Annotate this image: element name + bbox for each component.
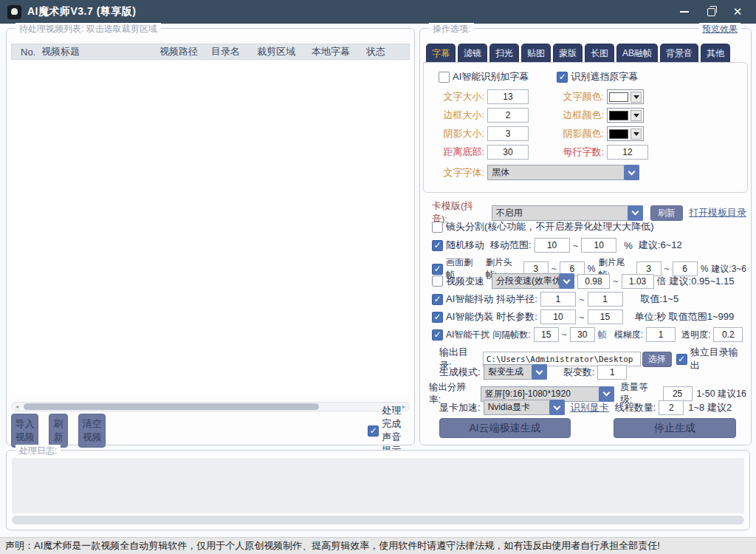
tab-mask[interactable]: 蒙版 (553, 44, 583, 62)
border-size-input[interactable] (487, 108, 529, 123)
tab-other[interactable]: 其他 (701, 44, 730, 62)
border-color-dropdown[interactable] (607, 108, 644, 123)
tab-sweep-light[interactable]: 扫光 (489, 44, 519, 62)
tab-filter[interactable]: 滤镜 (458, 44, 487, 62)
range-separator: ~ (549, 264, 560, 274)
threads-input[interactable] (659, 400, 684, 415)
move-range-label: 移动范围: (490, 239, 532, 252)
column-no[interactable]: No. (21, 47, 35, 58)
head-frames-suffix: % (588, 264, 596, 274)
checkbox-checked-icon (432, 294, 443, 305)
video-list-panel: 待处理视频列表: 双击选取裁剪区域 No. 视频标题 视频路径 目录名 裁剪区域… (6, 28, 415, 445)
column-local-subtitle[interactable]: 本地字幕 (312, 45, 350, 58)
move-range-max-input[interactable] (581, 238, 616, 253)
shake-min-input[interactable] (540, 292, 576, 307)
gen-mode-label: 生成模式: (439, 366, 481, 379)
font-dropdown[interactable]: 黑体 (487, 165, 639, 180)
video-list-hscrollbar[interactable]: ◄ ► (11, 402, 410, 411)
tab-ab-blend[interactable]: AB融帧 (616, 44, 658, 62)
column-dir-name[interactable]: 目录名 (211, 45, 240, 58)
preview-effect-link[interactable]: 预览效果 (699, 23, 740, 35)
refresh-list-button[interactable]: 刷新 (49, 414, 68, 448)
ai-shake-checkbox[interactable]: AI智能抖动 (432, 293, 493, 306)
chevron-down-icon[interactable] (624, 165, 639, 180)
blur-label: 模糊度: (614, 329, 643, 341)
chevron-down-icon[interactable] (549, 400, 565, 415)
dropdown-arrow-icon[interactable] (630, 129, 642, 140)
chevron-down-icon[interactable] (628, 205, 643, 221)
hscrollbar-thumb[interactable] (24, 403, 319, 410)
interval-min-input[interactable] (534, 327, 559, 342)
text-size-input[interactable] (487, 89, 529, 104)
dropdown-arrow-icon[interactable] (630, 110, 642, 121)
shadow-color-dropdown[interactable] (607, 126, 644, 141)
speed-min-input[interactable] (577, 274, 610, 289)
template-refresh-button[interactable]: 刷新 (650, 205, 684, 221)
random-move-checkbox[interactable]: 随机移动 (432, 239, 484, 252)
fission-count-input[interactable] (597, 365, 627, 380)
tab-bgm[interactable]: 背景音 (660, 44, 698, 62)
scroll-left-icon[interactable]: ◄ (12, 404, 22, 409)
text-color-dropdown[interactable] (607, 89, 644, 104)
blur-input[interactable] (646, 327, 676, 342)
chevron-down-icon[interactable] (532, 364, 547, 380)
speed-max-input[interactable] (622, 274, 654, 289)
duration-max-input[interactable] (588, 310, 623, 324)
import-videos-button[interactable]: 导入视频 (11, 414, 38, 448)
lens-split-checkbox[interactable]: 镜头分割(核心功能，不开启差异化处理大大降低) (432, 220, 654, 233)
shadow-size-input[interactable] (487, 126, 529, 141)
chars-per-line-input[interactable] (607, 145, 648, 160)
interval-max-input[interactable] (570, 327, 595, 342)
chevron-down-icon[interactable] (559, 273, 574, 289)
close-button[interactable]: ✕ (729, 4, 746, 20)
video-speed-row: 视频变速 分段变速(效率优 ~ 倍 建议:0.95~1.15 (432, 273, 746, 289)
log-content[interactable] (12, 458, 744, 513)
move-range-min-input[interactable] (535, 238, 570, 253)
tab-sticker[interactable]: 贴图 (521, 44, 551, 62)
gpu-dropdown[interactable]: Nvidia显卡 (484, 400, 565, 415)
open-template-dir-link[interactable]: 打开模板目录 (689, 206, 746, 219)
video-speed-label: 视频变速 (446, 275, 484, 288)
fission-count-label: 裂变数: (563, 366, 595, 379)
tab-long-image[interactable]: 长图 (585, 44, 614, 62)
clear-videos-button[interactable]: 清空视频 (78, 414, 106, 448)
random-move-label: 随机移动 (446, 239, 484, 252)
minimize-button[interactable] (676, 4, 693, 20)
log-hscrollbar[interactable] (12, 516, 744, 524)
ai-interfere-checkbox[interactable]: AI智能干扰 (432, 329, 489, 341)
stop-generate-button[interactable]: 停止生成 (614, 418, 736, 438)
quality-input[interactable] (663, 386, 693, 401)
ai-add-subtitle-checkbox[interactable]: AI智能识别加字幕 (439, 70, 529, 83)
opacity-input[interactable] (713, 327, 743, 342)
border-size-label: 边框大小: (431, 109, 484, 122)
speed-mode-dropdown[interactable]: 分段变速(效率优 (492, 273, 574, 289)
shadow-color-label: 阴影颜色: (551, 127, 604, 140)
frames-unit: 帧 (598, 329, 607, 341)
column-video-title[interactable]: 视频标题 (41, 45, 80, 58)
maximize-button[interactable] (703, 4, 719, 20)
ai-interfere-label: AI智能干扰 (446, 329, 489, 341)
bottom-distance-label: 距离底部: (431, 146, 484, 159)
shake-max-input[interactable] (588, 292, 623, 307)
ai-disguise-label: AI智能伪装 (446, 310, 493, 324)
tab-subtitle[interactable]: 字幕 (426, 44, 456, 62)
column-status[interactable]: 状态 (366, 45, 385, 58)
dropdown-arrow-icon[interactable] (630, 92, 642, 103)
chevron-glyph (535, 367, 543, 375)
detect-gpu-link[interactable]: 识别显卡 (571, 401, 609, 414)
template-dropdown[interactable]: 不启用 (492, 205, 643, 221)
bottom-distance-input[interactable] (487, 145, 529, 160)
column-crop-area[interactable]: 裁剪区域 (257, 45, 295, 58)
cover-original-subtitle-checkbox[interactable]: 识别遮挡原字幕 (557, 70, 638, 83)
range-separator: ~ (570, 240, 582, 251)
video-table-body[interactable] (11, 60, 410, 396)
gen-mode-value: 裂变生成 (484, 366, 532, 378)
duration-min-input[interactable] (540, 310, 576, 324)
gen-mode-dropdown[interactable]: 裂变生成 (484, 364, 547, 380)
speed-hint: 建议:0.95~1.15 (670, 275, 735, 288)
ai-disguise-checkbox[interactable]: AI智能伪装 (432, 310, 493, 324)
template-value: 不启用 (492, 207, 628, 219)
cloud-generate-button[interactable]: AI云端极速生成 (439, 418, 571, 438)
video-speed-checkbox[interactable]: 视频变速 (432, 275, 484, 288)
column-video-path[interactable]: 视频路径 (159, 45, 198, 58)
